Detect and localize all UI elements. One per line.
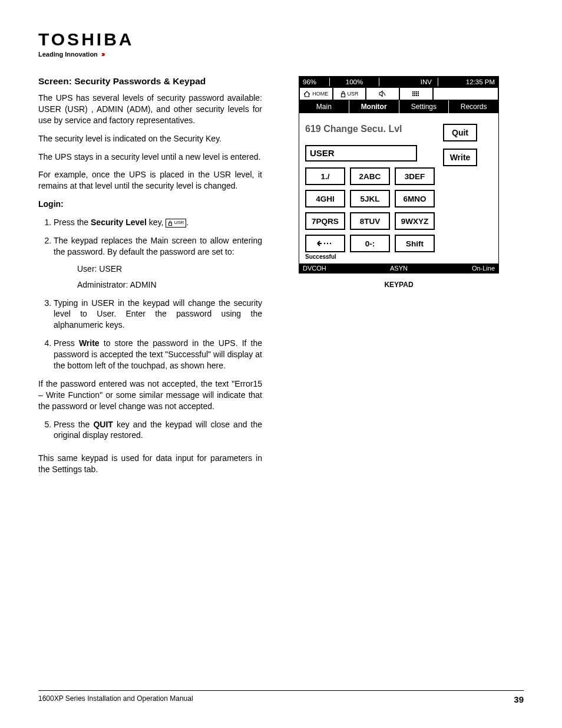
tab-main[interactable]: Main <box>299 100 349 113</box>
page-number: 39 <box>514 694 524 704</box>
svg-rect-7 <box>412 93 414 94</box>
key-back[interactable] <box>305 235 345 252</box>
default-admin: Administrator: ADMIN <box>77 279 262 291</box>
svg-rect-1 <box>341 94 345 97</box>
key-4[interactable]: 4GHI <box>305 190 345 207</box>
write-button[interactable]: Write <box>443 149 477 166</box>
tab-settings[interactable]: Settings <box>399 100 449 113</box>
icon-toolbar: HOME USR <box>299 87 498 100</box>
brand-tagline: Leading Innovation ››› <box>38 50 524 58</box>
status-bar: 96% 100% INV 12:35 PM <box>299 77 498 87</box>
key-shift[interactable]: Shift <box>395 235 435 252</box>
svg-point-16 <box>327 243 328 244</box>
svg-rect-13 <box>416 95 417 96</box>
figure-caption: KEYPAD <box>384 281 413 289</box>
security-level-button[interactable]: USR <box>333 87 366 100</box>
status-96: 96% <box>299 78 330 86</box>
security-level-key-icon: USR <box>166 219 186 228</box>
status-time: 12:35 PM <box>438 78 498 86</box>
login-step: The keypad replaces the Main screen to a… <box>54 235 262 291</box>
svg-rect-10 <box>418 93 419 94</box>
lock-icon <box>168 220 173 226</box>
body-para: For example, once the UPS is placed in t… <box>38 169 262 192</box>
login-step: Press Write to store the password in the… <box>54 338 262 371</box>
login-step: Press the QUIT key and the keypad will c… <box>54 419 262 442</box>
keypad-button[interactable] <box>399 87 433 100</box>
svg-point-17 <box>330 243 331 244</box>
toolbar-blank <box>433 87 498 100</box>
keypad-grid-icon <box>412 91 420 97</box>
keypad-panel: 96% 100% INV 12:35 PM HOME USR <box>299 76 499 274</box>
key-5[interactable]: 5JKL <box>350 190 390 207</box>
closing-para: This same keypad is used for data input … <box>38 453 262 475</box>
brand-logo: TOSHIBA <box>38 29 524 50</box>
svg-rect-0 <box>169 223 172 226</box>
login-header: Login: <box>38 199 262 210</box>
key-7[interactable]: 7PQRS <box>305 212 345 230</box>
speaker-mute-icon <box>379 90 386 97</box>
svg-line-2 <box>384 92 386 95</box>
home-icon <box>303 91 310 97</box>
speaker-button[interactable] <box>366 87 399 100</box>
brand-header: TOSHIBA Leading Innovation ››› <box>38 29 524 58</box>
key-3[interactable]: 3DEF <box>395 167 435 185</box>
key-6[interactable]: 6MNO <box>395 190 435 207</box>
login-step: Typing in USER in the keypad will change… <box>54 298 262 331</box>
tab-row: Main Monitor Settings Records <box>299 100 498 113</box>
status-successful: Successful <box>305 253 435 260</box>
svg-rect-4 <box>414 91 415 93</box>
svg-rect-6 <box>418 91 419 93</box>
keypad-grid: 1./ 2ABC 3DEF 4GHI 5JKL 6MNO 7PQRS 8TUV … <box>305 167 435 252</box>
status-inv: INV <box>379 78 438 86</box>
error-para: If the password entered was not accepted… <box>38 378 262 412</box>
default-user: User: USER <box>77 263 262 275</box>
password-input[interactable]: USER <box>305 145 417 162</box>
section-heading: Screen: Security Passwords & Keypad <box>38 76 262 87</box>
key-0[interactable]: 0-: <box>350 235 390 252</box>
body-para: The UPS stays in a security level until … <box>38 151 262 163</box>
quit-button[interactable]: Quit <box>443 124 477 141</box>
lock-icon <box>340 91 346 97</box>
status-dvcoh: DVCOH <box>299 265 366 272</box>
svg-rect-5 <box>416 91 417 93</box>
svg-rect-12 <box>414 95 415 96</box>
footer-title: 1600XP Series Installation and Operation… <box>38 694 193 704</box>
body-para: The security level is indicated on the S… <box>38 133 262 144</box>
status-100: 100% <box>330 78 379 86</box>
key-8[interactable]: 8TUV <box>350 212 390 230</box>
tab-records[interactable]: Records <box>449 100 498 113</box>
key-2[interactable]: 2ABC <box>350 167 390 185</box>
svg-rect-9 <box>416 93 417 94</box>
svg-rect-8 <box>414 93 415 94</box>
key-9[interactable]: 9WXYZ <box>395 212 435 230</box>
body-para: The UPS has several levels of security p… <box>38 93 262 126</box>
svg-rect-14 <box>418 95 419 96</box>
page-footer: 1600XP Series Installation and Operation… <box>38 690 524 704</box>
status-online: On-Line <box>432 265 498 272</box>
backspace-arrow-icon <box>316 240 334 247</box>
text-column: Screen: Security Passwords & Keypad The … <box>38 76 262 482</box>
key-1[interactable]: 1./ <box>305 167 345 185</box>
svg-rect-11 <box>412 95 414 96</box>
tab-monitor[interactable]: Monitor <box>349 100 399 113</box>
svg-point-15 <box>324 243 325 244</box>
chevrons-icon: ››› <box>101 50 104 58</box>
bottom-status-bar: DVCOH ASYN On-Line <box>299 263 498 273</box>
svg-rect-3 <box>412 91 414 93</box>
status-asyn: ASYN <box>366 265 432 272</box>
home-button[interactable]: HOME <box>299 87 333 100</box>
login-step: Press the Security Level key, USR . <box>54 217 262 228</box>
